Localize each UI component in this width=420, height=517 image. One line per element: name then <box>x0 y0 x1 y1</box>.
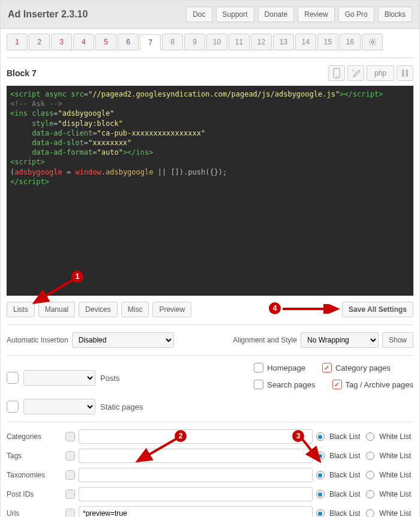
static-enable-checkbox[interactable] <box>7 401 19 413</box>
block-tab-1[interactable]: 1 <box>7 34 28 50</box>
top-bar: Ad Inserter 2.3.10 Doc Support Donate Re… <box>1 1 419 29</box>
black-list-label: Black List <box>329 490 360 498</box>
black-list-radio[interactable] <box>316 490 325 498</box>
block-tab-12[interactable]: 12 <box>251 34 272 50</box>
block-tab-2[interactable]: 2 <box>29 34 50 50</box>
auto-insertion-select[interactable]: Disabled <box>72 332 174 348</box>
svg-point-0 <box>371 41 374 43</box>
tools-icon-button[interactable] <box>347 65 364 81</box>
list-input[interactable] <box>79 429 313 444</box>
block-tab-7[interactable]: 7 <box>140 34 161 51</box>
tag-checkbox[interactable]: ✓ <box>332 380 342 389</box>
preview-button[interactable]: Preview <box>152 302 191 317</box>
svg-rect-11 <box>402 70 404 77</box>
search-label: Search pages <box>267 380 315 389</box>
white-list-label: White List <box>379 471 411 479</box>
list-input[interactable] <box>79 487 313 501</box>
donate-button[interactable]: Donate <box>258 7 295 22</box>
svg-line-5 <box>370 40 370 40</box>
block-tab-13[interactable]: 13 <box>273 34 294 50</box>
black-list-label: Black List <box>329 509 360 517</box>
list-input[interactable] <box>79 449 313 463</box>
php-toggle-button[interactable]: php <box>367 65 394 81</box>
alignment-select[interactable]: No Wrapping <box>301 332 379 348</box>
static-label: Static pages <box>100 402 143 411</box>
list-toggle[interactable] <box>65 451 75 461</box>
block-tab-4[interactable]: 4 <box>73 34 94 50</box>
block-header: Block 7 php <box>7 64 413 86</box>
support-button[interactable]: Support <box>216 7 254 22</box>
gopro-button[interactable]: Go Pro <box>338 7 374 22</box>
block-tab-6[interactable]: 6 <box>118 34 139 50</box>
list-row-taxonomies: TaxonomiesBlack ListWhite List <box>7 468 413 482</box>
white-list-radio[interactable] <box>366 509 374 517</box>
svg-line-8 <box>374 40 375 40</box>
svg-point-10 <box>336 76 337 77</box>
svg-rect-12 <box>406 70 409 77</box>
devices-button[interactable]: Devices <box>79 302 118 317</box>
list-toggle[interactable] <box>65 509 75 517</box>
block-tab-8[interactable]: 8 <box>162 34 183 50</box>
block-tab-15[interactable]: 15 <box>317 34 338 50</box>
block-tabs: 12345678910111213141516 <box>7 34 413 58</box>
white-list-radio[interactable] <box>366 471 374 479</box>
svg-line-7 <box>370 44 370 44</box>
block-tab-9[interactable]: 9 <box>184 34 205 50</box>
black-list-radio[interactable] <box>316 471 325 479</box>
black-list-label: Black List <box>329 452 360 460</box>
misc-button[interactable]: Misc <box>121 302 149 317</box>
list-label: Categories <box>7 432 62 441</box>
pause-icon-button[interactable] <box>397 65 413 81</box>
block-name[interactable]: Block 7 <box>7 68 37 78</box>
url-lists: CategoriesBlack ListWhite ListTagsBlack … <box>7 429 413 517</box>
review-button[interactable]: Review <box>298 7 334 22</box>
block-tab-5[interactable]: 5 <box>95 34 116 50</box>
lists-button[interactable]: Lists <box>7 302 35 317</box>
manual-button[interactable]: Manual <box>38 302 75 317</box>
alignment-label: Alignment and Style <box>233 336 297 344</box>
plugin-panel: Ad Inserter 2.3.10 Doc Support Donate Re… <box>0 0 420 517</box>
settings-tab[interactable] <box>362 34 383 50</box>
white-list-radio[interactable] <box>366 452 374 460</box>
auto-insertion-label: Automatic Insertion <box>7 336 68 344</box>
list-row-tags: TagsBlack ListWhite List <box>7 449 413 463</box>
show-button[interactable]: Show <box>382 332 413 348</box>
block-tab-16[interactable]: 16 <box>340 34 361 50</box>
static-select[interactable] <box>23 399 95 414</box>
device-icon-button[interactable] <box>328 65 345 81</box>
homepage-checkbox[interactable]: ✓ <box>254 363 263 372</box>
list-input[interactable] <box>79 506 313 517</box>
list-toggle[interactable] <box>65 489 75 499</box>
top-buttons: Doc Support Donate Review Go Pro Blocks <box>186 7 412 22</box>
black-list-label: Black List <box>329 471 360 479</box>
list-toggle[interactable] <box>65 470 75 480</box>
black-list-radio[interactable] <box>316 452 325 460</box>
svg-line-6 <box>374 44 375 44</box>
block-tab-10[interactable]: 10 <box>206 34 227 50</box>
blocks-button[interactable]: Blocks <box>378 7 412 22</box>
posts-select[interactable] <box>23 370 95 386</box>
list-label: Taxonomies <box>7 471 62 479</box>
posts-label: Posts <box>100 374 120 383</box>
list-input[interactable] <box>79 468 313 482</box>
list-row-urls: UrlsBlack ListWhite List <box>7 506 413 517</box>
black-list-radio[interactable] <box>316 432 325 441</box>
posts-enable-checkbox[interactable] <box>7 372 19 384</box>
white-list-radio[interactable] <box>366 432 374 441</box>
category-label: Category pages <box>335 363 391 372</box>
search-checkbox[interactable]: ✓ <box>254 380 263 389</box>
list-label: Tags <box>7 452 62 460</box>
category-checkbox[interactable]: ✓ <box>322 363 332 372</box>
list-toggle[interactable] <box>65 432 75 441</box>
block-tab-14[interactable]: 14 <box>295 34 316 50</box>
block-tab-3[interactable]: 3 <box>51 34 72 50</box>
code-editor[interactable]: <script async src="//pagead2.googlesyndi… <box>7 86 413 296</box>
list-label: Urls <box>7 509 62 517</box>
plugin-title: Ad Inserter 2.3.10 <box>8 9 88 20</box>
black-list-radio[interactable] <box>316 509 325 517</box>
save-all-button[interactable]: Save All Settings <box>342 302 413 317</box>
white-list-radio[interactable] <box>366 490 374 498</box>
white-list-label: White List <box>379 509 411 517</box>
doc-button[interactable]: Doc <box>186 7 212 22</box>
block-tab-11[interactable]: 11 <box>229 34 250 50</box>
